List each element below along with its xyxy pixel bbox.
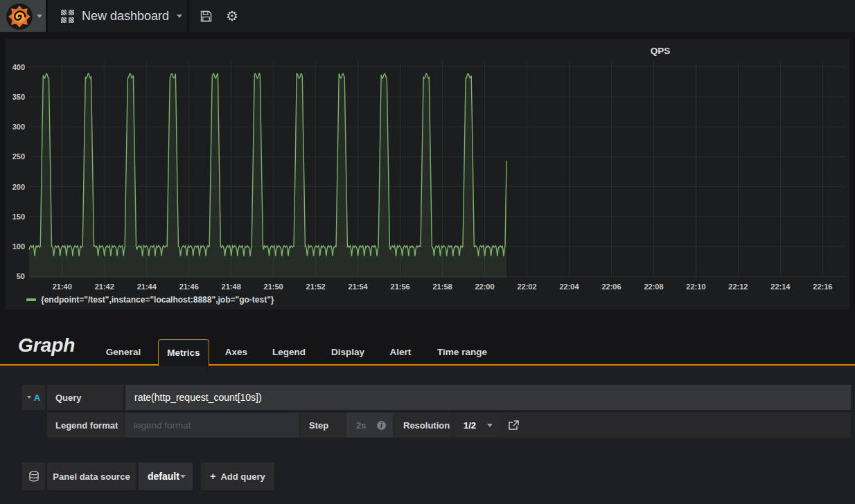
grafana-logo-button[interactable] (0, 0, 46, 32)
settings-button[interactable]: ⚙ (219, 0, 245, 32)
tab-general[interactable]: General (96, 343, 151, 362)
dashboard-grid-icon (61, 10, 74, 23)
add-query-button[interactable]: + Add query (201, 462, 274, 490)
navbar-divider (46, 0, 48, 32)
svg-text:21:40: 21:40 (53, 282, 72, 291)
query-label: Query (47, 385, 123, 410)
query-ref-letter: A (34, 393, 40, 403)
info-icon: i (377, 421, 386, 430)
caret-down-icon (487, 424, 493, 427)
svg-text:22:14: 22:14 (770, 282, 791, 291)
tab-alert[interactable]: Alert (373, 343, 428, 362)
svg-text:22:10: 22:10 (686, 282, 705, 291)
tab-legend[interactable]: Legend (261, 343, 317, 362)
datasource-select[interactable]: default (139, 462, 193, 490)
tabbar-underline (0, 364, 855, 366)
svg-text:100: 100 (12, 242, 25, 251)
legend-item[interactable]: {endpoint="/test",instance="localhost:88… (26, 295, 274, 305)
svg-text:21:54: 21:54 (349, 282, 369, 291)
tab-display[interactable]: Display (320, 343, 376, 362)
svg-text:250: 250 (12, 152, 25, 161)
caret-down-icon (37, 15, 42, 18)
resolution-label: Resolution (395, 413, 452, 438)
resolution-select[interactable]: 1/2 (455, 413, 500, 438)
legend-format-input[interactable] (125, 413, 299, 438)
svg-text:22:00: 22:00 (475, 282, 494, 291)
series-name: {endpoint="/test",instance="localhost:88… (41, 295, 274, 305)
caret-down-icon (27, 396, 31, 399)
svg-text:22:04: 22:04 (559, 282, 579, 291)
database-icon (28, 471, 39, 482)
svg-text:22:02: 22:02 (517, 282, 536, 291)
svg-text:21:56: 21:56 (391, 282, 410, 291)
svg-text:300: 300 (12, 123, 25, 131)
svg-text:350: 350 (12, 93, 25, 101)
svg-text:21:44: 21:44 (137, 282, 157, 291)
gear-icon: ⚙ (226, 9, 238, 23)
svg-text:400: 400 (12, 63, 25, 71)
graph-panel: 5010015020025030035040021:4021:4221:4421… (6, 39, 849, 309)
datasource-value: default (148, 471, 179, 482)
dashboard-title: New dashboard (82, 9, 169, 24)
step-input[interactable]: 2s i (346, 413, 393, 438)
svg-text:22:16: 22:16 (813, 282, 832, 291)
svg-text:22:12: 22:12 (728, 282, 748, 291)
top-navbar: New dashboard ⚙ (0, 0, 855, 32)
legend-format-label: Legend format (47, 413, 123, 438)
plus-icon: + (210, 471, 215, 482)
resolution-value: 1/2 (464, 420, 476, 431)
panel-title[interactable]: QPS (651, 46, 671, 56)
svg-text:22:06: 22:06 (601, 282, 621, 291)
svg-text:21:48: 21:48 (222, 282, 241, 291)
svg-text:150: 150 (12, 213, 25, 221)
share-query-button[interactable] (502, 413, 525, 438)
graph-plot-area[interactable]: 5010015020025030035040021:4021:4221:4421… (6, 39, 849, 309)
svg-text:200: 200 (12, 183, 25, 191)
add-query-label: Add query (220, 471, 265, 482)
svg-text:21:58: 21:58 (433, 282, 452, 291)
svg-text:21:42: 21:42 (95, 282, 114, 291)
tab-axes[interactable]: Axes (209, 343, 264, 362)
datasource-icon-cell (22, 462, 45, 490)
step-value: 2s (356, 420, 366, 431)
svg-text:50: 50 (17, 272, 25, 280)
tab-time-range[interactable]: Time range (428, 343, 497, 362)
panel-type-heading: Graph (18, 334, 75, 357)
svg-text:21:46: 21:46 (179, 282, 199, 291)
series-color-swatch (26, 298, 36, 301)
query-ref-toggle[interactable]: A (22, 385, 45, 410)
navbar-divider (187, 0, 189, 32)
step-label: Step (301, 413, 345, 438)
grafana-logo-icon (6, 3, 33, 30)
save-dashboard-button[interactable] (193, 0, 219, 32)
external-link-icon (508, 420, 519, 431)
save-icon (200, 10, 212, 22)
dashboard-title-button[interactable]: New dashboard (49, 0, 182, 32)
svg-text:21:50: 21:50 (264, 282, 283, 291)
svg-text:22:08: 22:08 (644, 282, 663, 291)
caret-down-icon (180, 475, 186, 478)
tab-metrics[interactable]: Metrics (158, 339, 209, 366)
caret-down-icon (177, 15, 182, 18)
panel-data-source-label: Panel data source (47, 462, 136, 490)
svg-text:21:52: 21:52 (306, 282, 326, 291)
query-expression-input[interactable] (125, 385, 851, 410)
